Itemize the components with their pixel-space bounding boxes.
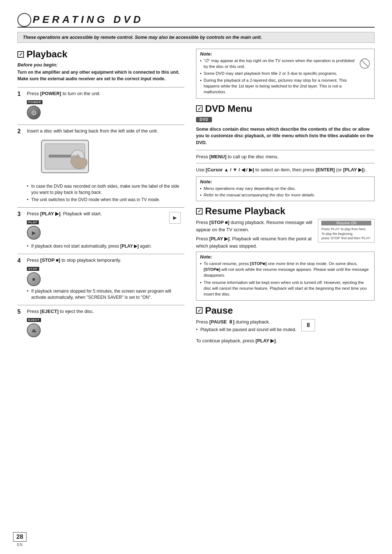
dvd-tag: DVD	[196, 117, 212, 122]
resume-screenshot: Resume ON Press 'PLAY' to play from here…	[318, 219, 375, 243]
pause-icon-box: ⏸	[301, 319, 315, 331]
notice-bar: These operations are accessible by remot…	[17, 32, 375, 43]
resume-text2: Press [PLAY ▶]. Playback will resume fro…	[196, 235, 313, 249]
resume-text1: Press [STOP ■] during playback. Resume m…	[196, 219, 313, 233]
pause-checkbox-icon	[196, 307, 203, 314]
step2-bullets: In case the DVD was recorded on both sid…	[27, 183, 184, 203]
page-language: EN	[13, 542, 26, 547]
pause-text1: Press [PAUSE ⏸] during playback.	[196, 318, 296, 326]
before-begin-text: Turn on the amplifier and any other equi…	[17, 69, 184, 82]
power-button-icon: ⏻	[27, 106, 41, 119]
eject-button-icon: ⏏	[27, 323, 41, 337]
page-header: PERATING DVD	[17, 12, 375, 28]
step2-separator	[17, 125, 184, 125]
disc-illustration	[34, 137, 184, 181]
pause-continue-text: To continue playback, press [PLAY ▶].	[196, 338, 375, 343]
dvd-step1-text: Press [MENU] to call up the disc menu.	[196, 153, 375, 160]
step2-content: Insert a disc with label facing back fro…	[27, 128, 184, 204]
prohibit-icon	[359, 58, 371, 69]
power-btn-label: POWER	[27, 99, 184, 105]
resume-heading: Resume Playback	[196, 205, 375, 217]
header-title: PERATING DVD	[33, 14, 144, 25]
dvd-menu-note-list: •Menu operations may vary depending on t…	[200, 186, 371, 198]
play-btn-label: PLAY	[27, 219, 102, 225]
svg-line-6	[362, 60, 368, 67]
eject-btn-label: EJECT	[27, 317, 184, 323]
step-3: 3 Press [PLAY ▶]. Playback will start. P…	[17, 211, 184, 251]
main-columns: Playback Before you begin: Turn on the a…	[17, 49, 375, 343]
step2-bullet-2: The unit switches to the DVD mode when t…	[27, 197, 184, 203]
step3-bullet-1: If playback does not start automatically…	[27, 243, 184, 249]
step4-text: Press [STOP ■] to stop playback temporar…	[27, 257, 184, 264]
step1-separator	[17, 87, 184, 87]
resume-note-item-1: •To cancel resume, press [STOP■] one mor…	[200, 261, 371, 278]
step5-content: Press [EJECT] to eject the disc. EJECT ⏏	[27, 308, 184, 339]
pause-bullets: Playback will be paused and sound will b…	[196, 327, 296, 333]
dvd-step2-separator	[196, 163, 375, 163]
step-1: 1 Press [POWER] to turn on the unit. POW…	[17, 90, 184, 122]
resume-text: Press [STOP ■] during playback. Resume m…	[196, 219, 313, 249]
top-note-list: •“∅” may appear at the top-right on the …	[200, 58, 356, 96]
pause-bullet-1: Playback will be paused and sound will b…	[196, 327, 296, 333]
stop-button-icon: ■	[27, 272, 41, 286]
header-o-circle	[17, 13, 31, 27]
step-5: 5 Press [EJECT] to eject the disc. EJECT…	[17, 308, 184, 339]
play-button-icon: ▶	[27, 226, 41, 240]
step4-bullet-1: If playback remains stopped for 5 minute…	[27, 288, 184, 301]
dvd-menu-note-box: Note: •Menu operations may vary dependin…	[196, 176, 375, 201]
resume-content: Press [STOP ■] during playback. Resume m…	[196, 219, 375, 249]
step-2: 2 Insert a disc with label facing back f…	[17, 128, 184, 204]
step3-number: 3	[17, 211, 24, 217]
pause-symbol-icon: ⏸	[305, 322, 311, 329]
playback-title: Playback	[26, 49, 68, 60]
pause-title: Pause	[205, 305, 233, 316]
dvd-menu-note-title: Note:	[200, 179, 371, 184]
prohibit-icon-container	[359, 58, 371, 70]
top-note-item-2: •Some DVD may start playback from title …	[200, 70, 356, 76]
step1-content: Press [POWER] to turn on the unit. POWER…	[27, 90, 184, 122]
stop-btn-label: STOP	[27, 265, 184, 272]
top-note-title: Note:	[200, 51, 371, 57]
dvd-menu-note-item-1: •Menu operations may vary depending on t…	[200, 186, 371, 191]
svg-rect-2	[49, 155, 74, 158]
step5-separator	[17, 305, 184, 305]
step4-number: 4	[17, 257, 24, 264]
dvd-menu-checkbox-icon	[196, 105, 203, 112]
step5-text: Press [EJECT] to eject the disc.	[27, 308, 184, 315]
top-note-box: Note: •“∅” may appear at the top-right o…	[196, 49, 375, 99]
resume-checkbox-icon	[196, 208, 203, 215]
dvd-menu-description: Some discs contain disc menus which desc…	[196, 126, 375, 146]
dvd-menu-note-item-2: •Refer to the manual accompanying the di…	[200, 192, 371, 198]
resume-note-list: •To cancel resume, press [STOP■] one mor…	[200, 261, 371, 297]
step4-separator	[17, 254, 184, 254]
play-indicator-box: ▶	[169, 212, 181, 224]
pause-heading: Pause	[196, 305, 375, 316]
right-column: Note: •“∅” may appear at the top-right o…	[196, 49, 375, 343]
step2-text: Insert a disc with label facing back fro…	[27, 128, 184, 134]
dvd-step2-text: Use [Cursor ▲ / ▼ / ◀ / ▶] to select an …	[196, 166, 375, 174]
resume-title: Resume Playback	[205, 205, 285, 217]
step3-text: Press [PLAY ▶]. Playback will start.	[27, 211, 102, 217]
step3-bullets: If playback does not start automatically…	[27, 243, 184, 249]
dvd-tag-container: DVD	[196, 117, 375, 125]
resume-screenshot-text: Press 'PLAY' to play from here. To play …	[321, 227, 371, 241]
resume-on-label: Resume ON	[321, 221, 371, 225]
step4-content: Press [STOP ■] to stop playback temporar…	[27, 257, 184, 302]
dvd-menu-heading: DVD Menu	[196, 103, 375, 114]
pause-text: Press [PAUSE ⏸] during playback. Playbac…	[196, 318, 296, 334]
step2-number: 2	[17, 128, 24, 135]
step3-separator	[17, 207, 184, 208]
top-note-item-1: •“∅” may appear at the top-right on the …	[200, 58, 356, 69]
step2-bullet-1: In case the DVD was recorded on both sid…	[27, 183, 184, 196]
page-number: 28	[13, 532, 26, 542]
page-number-block: 28 EN	[13, 532, 26, 547]
playback-heading: Playback	[17, 49, 184, 60]
step3-content: Press [PLAY ▶]. Playback will start. PLA…	[27, 211, 184, 251]
step-4: 4 Press [STOP ■] to stop playback tempor…	[17, 257, 184, 302]
step5-number: 5	[17, 309, 24, 315]
dvd-step1-separator	[196, 150, 375, 150]
resume-note-title: Note:	[200, 254, 371, 260]
step1-number: 1	[17, 91, 24, 97]
pause-content: Press [PAUSE ⏸] during playback. Playbac…	[196, 318, 375, 334]
left-column: Playback Before you begin: Turn on the a…	[17, 49, 184, 343]
